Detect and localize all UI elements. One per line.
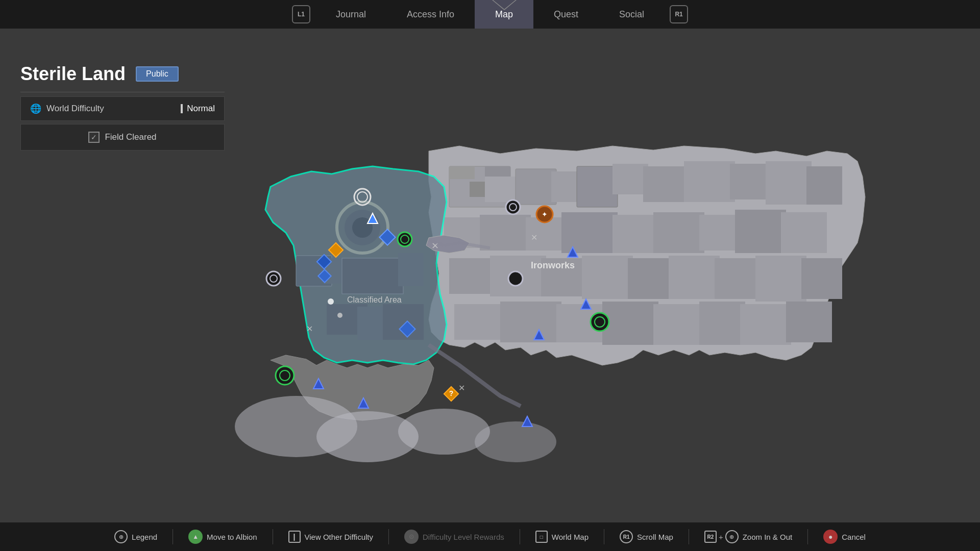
field-cleared-row: ✓ Field Cleared: [20, 124, 225, 151]
tab-map[interactable]: Map: [475, 0, 533, 29]
zoom-icon-group: R2 + ⊕: [704, 530, 739, 543]
legend-button[interactable]: ⊕ Legend: [114, 530, 157, 543]
svg-rect-10: [643, 166, 689, 202]
svg-rect-34: [500, 302, 561, 342]
svg-rect-50: [383, 304, 424, 340]
l1-button[interactable]: L1: [292, 5, 310, 23]
view-difficulty-icon: |: [288, 531, 301, 543]
svg-rect-30: [715, 258, 761, 299]
zoom-button[interactable]: R2 + ⊕ Zoom In & Out: [704, 530, 792, 543]
svg-rect-8: [577, 166, 618, 207]
svg-point-72: [508, 271, 523, 286]
svg-rect-14: [806, 166, 842, 205]
zoom-label: Zoom In & Out: [743, 533, 793, 541]
svg-rect-37: [653, 304, 704, 345]
separator-4: [520, 529, 520, 544]
svg-text:✕: ✕: [306, 324, 313, 333]
field-cleared-label: Field Cleared: [105, 132, 156, 142]
difficulty-rewards-button[interactable]: ⊙ Difficulty Level Rewards: [404, 530, 504, 544]
svg-rect-20: [653, 212, 704, 253]
separator-3: [388, 529, 389, 544]
world-difficulty-value: Normal: [187, 104, 215, 114]
scroll-map-label: Scroll Map: [637, 533, 673, 541]
cancel-icon: ●: [823, 530, 838, 544]
svg-point-62: [398, 232, 412, 246]
svg-rect-29: [669, 256, 720, 299]
svg-rect-31: [755, 256, 806, 302]
svg-rect-13: [766, 161, 812, 205]
ironworks-label: Ironworks: [531, 260, 575, 270]
svg-point-68: [506, 200, 520, 214]
svg-rect-18: [561, 212, 618, 253]
legend-label: Legend: [132, 533, 157, 541]
svg-rect-16: [480, 215, 531, 251]
divider-line: [20, 92, 225, 92]
svg-point-53: [398, 409, 490, 455]
move-to-albion-icon: ▲: [188, 530, 203, 544]
svg-rect-24: [449, 258, 495, 294]
svg-rect-21: [699, 215, 740, 251]
difficulty-bar-icon: [181, 104, 183, 113]
world-map-button[interactable]: □ World Map: [535, 531, 589, 543]
world-difficulty-label: World Difficulty: [46, 104, 104, 114]
svg-rect-12: [730, 164, 771, 199]
view-other-difficulty-button[interactable]: | View Other Difficulty: [288, 531, 374, 543]
svg-text:✕: ✕: [458, 384, 465, 392]
move-to-albion-button[interactable]: ▲ Move to Albion: [188, 530, 257, 544]
svg-rect-28: [628, 258, 674, 299]
classified-area-label: Classified Area: [347, 295, 402, 304]
svg-text:✦: ✦: [542, 210, 548, 218]
r2-button-icon: R2: [704, 531, 717, 543]
svg-rect-38: [699, 302, 745, 345]
separator-5: [604, 529, 604, 544]
svg-text:✕: ✕: [531, 233, 537, 242]
svg-rect-33: [454, 304, 505, 340]
legend-icon: ⊕: [114, 530, 128, 543]
svg-text:?: ?: [449, 389, 454, 397]
svg-rect-46: [342, 258, 403, 294]
svg-rect-40: [786, 302, 832, 342]
field-cleared-checkbox: ✓: [88, 132, 100, 143]
r1-button[interactable]: R1: [670, 5, 688, 23]
tab-social[interactable]: Social: [599, 0, 665, 29]
location-header: Sterile Land Public: [20, 63, 225, 85]
svg-point-54: [475, 421, 556, 462]
cancel-button[interactable]: ● Cancel: [823, 530, 866, 544]
world-difficulty-row: 🌐 World Difficulty Normal: [20, 96, 225, 121]
scroll-map-button[interactable]: R1 Scroll Map: [620, 530, 673, 543]
svg-rect-6: [516, 169, 556, 205]
map-area: Classified Area Ironworks: [0, 29, 980, 522]
tab-journal[interactable]: Journal: [315, 0, 386, 29]
svg-rect-9: [612, 164, 648, 194]
world-map-label: World Map: [552, 533, 589, 541]
difficulty-rewards-icon: ⊙: [404, 530, 419, 544]
separator-7: [807, 529, 808, 544]
notification-dot: [502, 3, 506, 7]
separator-2: [273, 529, 273, 544]
tab-access-info[interactable]: Access Info: [386, 0, 475, 29]
svg-rect-3: [449, 166, 475, 179]
difficulty-globe-icon: 🌐: [30, 103, 41, 114]
svg-point-85: [337, 313, 342, 318]
tab-quest[interactable]: Quest: [533, 0, 599, 29]
public-badge[interactable]: Public: [136, 66, 179, 82]
view-other-difficulty-label: View Other Difficulty: [305, 533, 374, 541]
svg-rect-11: [684, 161, 735, 202]
cancel-label: Cancel: [842, 533, 866, 541]
move-to-albion-label: Move to Albion: [207, 533, 257, 541]
svg-rect-19: [612, 215, 658, 253]
svg-point-66: [276, 366, 294, 385]
svg-rect-4: [485, 166, 510, 177]
difficulty-rewards-label: Difficulty Level Rewards: [423, 533, 504, 541]
scroll-map-icon: R1: [620, 530, 633, 543]
separator-1: [173, 529, 173, 544]
svg-rect-36: [602, 302, 658, 345]
location-title: Sterile Land: [20, 63, 126, 85]
zoom-circle-icon: ⊕: [725, 530, 739, 543]
bottom-bar: ⊕ Legend ▲ Move to Albion | View Other D…: [0, 522, 980, 551]
separator-6: [689, 529, 689, 544]
info-panel: Sterile Land Public 🌐 World Difficulty N…: [20, 63, 225, 151]
svg-point-70: [591, 313, 609, 331]
svg-rect-39: [740, 304, 791, 345]
world-map-icon: □: [535, 531, 548, 543]
